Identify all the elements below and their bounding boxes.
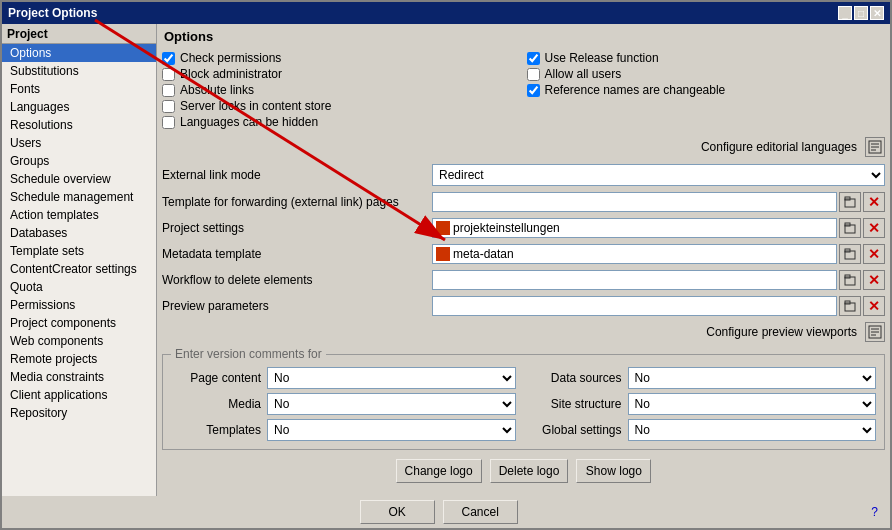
data-sources-wrapper: NoYesOptional bbox=[628, 367, 877, 389]
absolute-links-row: Absolute links bbox=[162, 82, 521, 98]
languages-hidden-label: Languages can be hidden bbox=[180, 115, 318, 129]
check-permissions-checkbox[interactable] bbox=[162, 52, 175, 65]
sidebar-item-groups[interactable]: Groups bbox=[2, 152, 156, 170]
server-locks-checkbox[interactable] bbox=[162, 100, 175, 113]
logo-buttons: Change logo Delete logo Show logo bbox=[162, 459, 885, 483]
global-settings-select[interactable]: NoYesOptional bbox=[628, 419, 877, 441]
block-admin-checkbox[interactable] bbox=[162, 68, 175, 81]
reference-names-row: Reference names are changeable bbox=[527, 82, 886, 98]
check-permissions-row: Check permissions bbox=[162, 50, 521, 66]
project-settings-browse-button[interactable] bbox=[839, 218, 861, 238]
reference-names-label: Reference names are changeable bbox=[545, 83, 726, 97]
sidebar-item-options[interactable]: Options bbox=[2, 44, 156, 62]
sidebar-item-template-sets[interactable]: Template sets bbox=[2, 242, 156, 260]
metadata-template-browse-button[interactable] bbox=[839, 244, 861, 264]
sidebar-item-schedule-management[interactable]: Schedule management bbox=[2, 188, 156, 206]
check-permissions-label: Check permissions bbox=[180, 51, 281, 65]
page-content-select[interactable]: NoYesOptional bbox=[267, 367, 516, 389]
sidebar-item-contentcreator[interactable]: ContentCreator settings bbox=[2, 260, 156, 278]
configure-preview-row: Configure preview viewports bbox=[162, 322, 885, 342]
workflow-delete-label: Workflow to delete elements bbox=[162, 273, 432, 287]
workflow-delete-delete-button[interactable]: ✕ bbox=[863, 270, 885, 290]
metadata-file-icon bbox=[436, 247, 450, 261]
options-title: Options bbox=[162, 29, 885, 44]
templates-label: Templates bbox=[171, 423, 261, 437]
checkbox-col-right: Use Release function Allow all users Ref… bbox=[527, 50, 886, 130]
absolute-links-checkbox[interactable] bbox=[162, 84, 175, 97]
media-label: Media bbox=[171, 397, 261, 411]
site-structure-wrapper: NoYesOptional bbox=[628, 393, 877, 415]
sidebar-header: Project bbox=[2, 24, 156, 44]
sidebar: Project Options Substitutions Fonts Lang… bbox=[2, 24, 157, 496]
show-logo-button[interactable]: Show logo bbox=[576, 459, 651, 483]
help-link[interactable]: ? bbox=[867, 501, 882, 523]
template-forwarding-field: ✕ bbox=[432, 192, 885, 212]
sidebar-item-quota[interactable]: Quota bbox=[2, 278, 156, 296]
sidebar-item-fonts[interactable]: Fonts bbox=[2, 80, 156, 98]
sidebar-item-client-applications[interactable]: Client applications bbox=[2, 386, 156, 404]
sidebar-item-users[interactable]: Users bbox=[2, 134, 156, 152]
sidebar-item-web-components[interactable]: Web components bbox=[2, 332, 156, 350]
sidebar-item-permissions[interactable]: Permissions bbox=[2, 296, 156, 314]
sidebar-item-project-components[interactable]: Project components bbox=[2, 314, 156, 332]
project-settings-row: Project settings projekteinstellungen ✕ bbox=[162, 218, 885, 238]
workflow-delete-browse-button[interactable] bbox=[839, 270, 861, 290]
browse-icon-3 bbox=[844, 248, 856, 260]
sidebar-item-media-constraints[interactable]: Media constraints bbox=[2, 368, 156, 386]
server-locks-row: Server locks in content store bbox=[162, 98, 521, 114]
media-select[interactable]: NoYesOptional bbox=[267, 393, 516, 415]
absolute-links-label: Absolute links bbox=[180, 83, 254, 97]
sidebar-item-remote-projects[interactable]: Remote projects bbox=[2, 350, 156, 368]
preview-params-row: Preview parameters ✕ bbox=[162, 296, 885, 316]
page-content-label: Page content bbox=[171, 371, 261, 385]
block-admin-row: Block administrator bbox=[162, 66, 521, 82]
sidebar-item-languages[interactable]: Languages bbox=[2, 98, 156, 116]
template-forwarding-delete-button[interactable]: ✕ bbox=[863, 192, 885, 212]
bottom-bar: OK Cancel ? bbox=[2, 496, 890, 528]
ok-button[interactable]: OK bbox=[360, 500, 435, 524]
version-section-title: Enter version comments for bbox=[171, 347, 326, 361]
sidebar-item-schedule-overview[interactable]: Schedule overview bbox=[2, 170, 156, 188]
dialog-buttons: OK Cancel bbox=[360, 500, 518, 524]
delete-logo-button[interactable]: Delete logo bbox=[490, 459, 569, 483]
templates-select[interactable]: NoYesOptional bbox=[267, 419, 516, 441]
external-link-mode-select[interactable]: Redirect Forward None bbox=[432, 164, 885, 186]
allow-users-checkbox[interactable] bbox=[527, 68, 540, 81]
minimize-button[interactable]: _ bbox=[838, 6, 852, 20]
project-settings-label: Project settings bbox=[162, 221, 432, 235]
sidebar-item-substitutions[interactable]: Substitutions bbox=[2, 62, 156, 80]
languages-hidden-row: Languages can be hidden bbox=[162, 114, 521, 130]
allow-users-row: Allow all users bbox=[527, 66, 886, 82]
configure-editorial-button[interactable] bbox=[865, 137, 885, 157]
close-button[interactable]: ✕ bbox=[870, 6, 884, 20]
main-window: Project Options _ □ ✕ Project Options Su… bbox=[0, 0, 892, 530]
configure-preview-button[interactable] bbox=[865, 322, 885, 342]
use-release-checkbox[interactable] bbox=[527, 52, 540, 65]
template-forwarding-row: Template for forwarding (external link) … bbox=[162, 192, 885, 212]
maximize-button[interactable]: □ bbox=[854, 6, 868, 20]
browse-icon bbox=[844, 196, 856, 208]
preview-params-field: ✕ bbox=[432, 296, 885, 316]
site-structure-select[interactable]: NoYesOptional bbox=[628, 393, 877, 415]
preview-params-label: Preview parameters bbox=[162, 299, 432, 313]
project-settings-delete-button[interactable]: ✕ bbox=[863, 218, 885, 238]
metadata-template-row: Metadata template meta-datan ✕ bbox=[162, 244, 885, 264]
workflow-delete-row: Workflow to delete elements ✕ bbox=[162, 270, 885, 290]
template-forwarding-input bbox=[432, 192, 837, 212]
metadata-template-delete-button[interactable]: ✕ bbox=[863, 244, 885, 264]
sidebar-item-action-templates[interactable]: Action templates bbox=[2, 206, 156, 224]
change-logo-button[interactable]: Change logo bbox=[396, 459, 482, 483]
sidebar-item-resolutions[interactable]: Resolutions bbox=[2, 116, 156, 134]
checkbox-col-left: Check permissions Block administrator Ab… bbox=[162, 50, 521, 130]
cancel-button[interactable]: Cancel bbox=[443, 500, 518, 524]
sidebar-item-databases[interactable]: Databases bbox=[2, 224, 156, 242]
data-sources-select[interactable]: NoYesOptional bbox=[628, 367, 877, 389]
reference-names-checkbox[interactable] bbox=[527, 84, 540, 97]
browse-icon-2 bbox=[844, 222, 856, 234]
languages-hidden-checkbox[interactable] bbox=[162, 116, 175, 129]
sidebar-item-repository[interactable]: Repository bbox=[2, 404, 156, 422]
template-forwarding-browse-button[interactable] bbox=[839, 192, 861, 212]
workflow-delete-field: ✕ bbox=[432, 270, 885, 290]
preview-params-delete-button[interactable]: ✕ bbox=[863, 296, 885, 316]
preview-params-browse-button[interactable] bbox=[839, 296, 861, 316]
